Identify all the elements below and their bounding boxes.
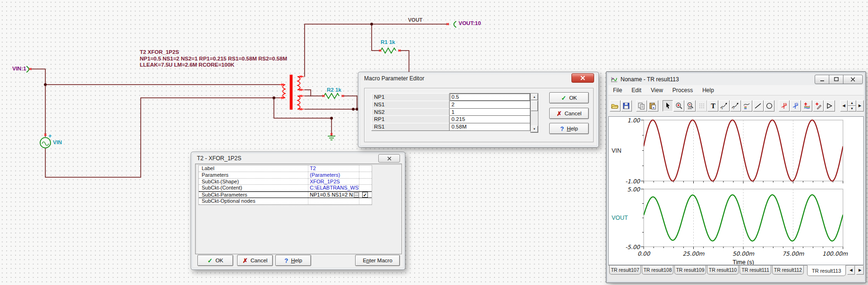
- annotate-curve-button[interactable]: T: [719, 100, 730, 112]
- row-value[interactable]: T2: [308, 165, 359, 172]
- param-value-input[interactable]: 1: [450, 108, 530, 116]
- copy-button[interactable]: [636, 100, 647, 112]
- tab-tr-result112[interactable]: TR result112: [772, 266, 804, 275]
- param-value-input[interactable]: 0.5: [450, 93, 530, 101]
- query-curve-button[interactable]: ?: [730, 100, 741, 112]
- open-button[interactable]: [610, 100, 621, 112]
- svg-text:T: T: [711, 103, 715, 110]
- menu-file[interactable]: File: [608, 87, 627, 94]
- vout-terminal-bracket[interactable]: [454, 21, 456, 27]
- cursor-a-button[interactable]: a: [779, 100, 790, 112]
- ellipse-tool-button[interactable]: [764, 100, 775, 112]
- close-button[interactable]: [571, 73, 594, 83]
- grid-button[interactable]: [696, 100, 707, 112]
- tab-scroll-right-button[interactable]: ▶: [856, 266, 864, 275]
- parameter-row[interactable]: NS1 2: [371, 101, 530, 109]
- row-value[interactable]: C:\ELABTRANS_WS\: [308, 185, 359, 191]
- resistor-r2[interactable]: [324, 94, 339, 99]
- minimize-button[interactable]: [815, 75, 829, 84]
- param-value-input[interactable]: 0.58M: [450, 123, 530, 131]
- plot-panel[interactable]: 1.00-1.00VIN5.00-5.00VOUT0.0025.00m50.00…: [608, 116, 864, 265]
- menu-view[interactable]: View: [646, 87, 668, 94]
- tab-scroll-left-button[interactable]: ◀: [847, 266, 855, 275]
- wire-secondary-series-link[interactable]: [305, 90, 311, 96]
- transformer-t2[interactable]: [280, 75, 304, 110]
- param-value-input[interactable]: 0.215: [450, 115, 530, 123]
- text-tool-button[interactable]: T: [707, 100, 718, 112]
- table-row-selected[interactable]: SubCkt-Parameters NP1=0.5 NS1=2 N ... ✓: [199, 191, 372, 198]
- label-r1[interactable]: R1 1k: [381, 39, 395, 45]
- cursor-b-button[interactable]: b: [790, 100, 801, 112]
- ok-button[interactable]: ✓ OK: [549, 92, 589, 104]
- legend-button[interactable]: [741, 100, 752, 112]
- net-label-vin1[interactable]: VIN:1: [12, 66, 26, 71]
- paste-button[interactable]: [647, 100, 658, 112]
- row-value[interactable]: [308, 198, 359, 204]
- svg-text:25.00m: 25.00m: [682, 250, 704, 257]
- ok-button[interactable]: ✓ OK: [197, 255, 233, 266]
- tab-tr-result111[interactable]: TR result111: [740, 266, 771, 275]
- wire-vin-feed[interactable]: [30, 69, 45, 137]
- row-value[interactable]: XFOR_1P2S: [308, 179, 359, 185]
- nav-up-button[interactable]: ▲: [848, 100, 856, 106]
- cancel-button[interactable]: ✗ Cancel: [549, 108, 589, 119]
- nav-right-button[interactable]: ▶: [856, 100, 864, 112]
- menu-edit[interactable]: Edit: [627, 87, 646, 94]
- parameter-row[interactable]: NS2 1: [371, 108, 530, 116]
- ground-symbol[interactable]: [328, 136, 335, 140]
- close-button[interactable]: [378, 154, 400, 163]
- table-row[interactable]: Label T2: [199, 165, 372, 172]
- scroll-thumb[interactable]: [531, 101, 538, 111]
- scroll-up-button[interactable]: ▲: [531, 94, 538, 100]
- net-label-vout10[interactable]: VOUT:10: [459, 20, 481, 26]
- line-tool-button[interactable]: [753, 100, 764, 112]
- parameter-row[interactable]: RP1 0.215: [371, 115, 530, 123]
- more-button[interactable]: ...: [354, 192, 359, 198]
- tab-tr-result107[interactable]: TR result107: [609, 266, 641, 275]
- app-icon: [611, 76, 618, 83]
- nav-left-button[interactable]: ◀: [840, 100, 848, 112]
- save-button[interactable]: [621, 100, 632, 112]
- help-button[interactable]: ? Help: [549, 123, 589, 134]
- add-curves-button[interactable]: [801, 100, 812, 112]
- net-label-vout[interactable]: VOUT: [408, 17, 423, 23]
- row-value[interactable]: NP1=0.5 NS1=2 N: [310, 192, 353, 198]
- t2-parameter-annotation[interactable]: T2 XFOR_1P2S NP1=0.5 NS1=2 NS2=1 RP1=0.2…: [140, 49, 287, 69]
- select-cursor-button[interactable]: [663, 100, 673, 112]
- help-button[interactable]: ? Help: [275, 255, 311, 266]
- parameter-row[interactable]: RS1 0.58M: [371, 123, 530, 131]
- probe-add-button[interactable]: [813, 100, 824, 112]
- menu-process[interactable]: Process: [668, 87, 698, 94]
- vin-terminal-bracket[interactable]: [26, 66, 29, 72]
- tab-tr-result113-active[interactable]: TR result113: [807, 265, 846, 276]
- label-r2[interactable]: R2 1k: [327, 87, 341, 93]
- tab-tr-result108[interactable]: TR result108: [642, 266, 673, 275]
- wire-r2-leads[interactable]: [305, 96, 357, 109]
- scroll-down-button[interactable]: ▼: [531, 126, 538, 132]
- tab-tr-result110[interactable]: TR result110: [707, 266, 739, 275]
- table-row[interactable]: SubCkt-(Shape) XFOR_1P2S: [199, 179, 372, 185]
- checkbox-checked[interactable]: ✓: [362, 192, 368, 198]
- zoom-100-button[interactable]: 100: [685, 100, 696, 112]
- parameter-row[interactable]: NP1 0.5: [371, 93, 530, 101]
- wire-ground-branch[interactable]: [274, 98, 332, 136]
- zoom-in-button[interactable]: [673, 100, 684, 112]
- maximize-button[interactable]: [829, 75, 843, 84]
- table-row[interactable]: SubCkt-Optional nodes: [199, 198, 372, 205]
- cancel-button[interactable]: ✗ Cancel: [237, 255, 273, 266]
- table-row[interactable]: Parameters (Parameters): [199, 172, 372, 179]
- row-value[interactable]: (Parameters): [308, 172, 359, 178]
- nav-down-button[interactable]: ▼: [848, 106, 856, 112]
- table-row[interactable]: SubCkt-(Content) C:\ELABTRANS_WS\: [199, 185, 372, 191]
- export-play-button[interactable]: [824, 100, 835, 112]
- label-vin-source[interactable]: VIN: [53, 139, 62, 145]
- resistor-r1[interactable]: [381, 48, 396, 53]
- menu-help[interactable]: Help: [698, 87, 719, 94]
- enter-macro-button[interactable]: Enter Macro: [355, 255, 400, 266]
- svg-text:?: ?: [732, 106, 735, 110]
- tab-tr-result109[interactable]: TR result109: [674, 266, 706, 275]
- param-value-input[interactable]: 2: [450, 101, 530, 109]
- title-bar[interactable]: Noname - TR result113: [608, 74, 864, 85]
- close-button[interactable]: [843, 75, 863, 84]
- table-scrollbar[interactable]: ▲ ▼: [530, 93, 538, 133]
